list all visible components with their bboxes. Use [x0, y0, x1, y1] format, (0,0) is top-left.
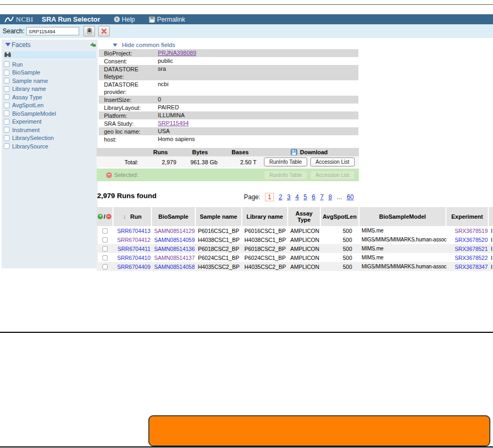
biosample-link[interactable]: SAMN08514136	[154, 246, 195, 252]
facet-checkbox-libraryselection[interactable]	[4, 135, 10, 141]
page-link-6[interactable]: 6	[312, 193, 316, 201]
hide-common-fields-toggle[interactable]: Hide common fields	[112, 41, 359, 49]
experiment-link[interactable]: SRX3678347	[455, 264, 488, 270]
cell-avg-spot-len: 500	[321, 235, 359, 244]
page-link-5[interactable]: 5	[304, 193, 307, 201]
selected-runinfo-table-button: RunInfo Table	[264, 171, 307, 180]
run-link[interactable]: SRR6704409	[117, 264, 150, 270]
facet-item-instrument[interactable]: Instrument	[2, 126, 98, 134]
facet-checkbox-library-name[interactable]	[4, 86, 10, 92]
common-field-value: USA	[158, 127, 358, 135]
facet-item-biosample[interactable]: BioSample	[2, 69, 98, 77]
facet-search-input[interactable]	[3, 50, 97, 59]
page-link-7[interactable]: 7	[320, 193, 324, 201]
facet-item-experiment[interactable]: Experiment	[2, 118, 98, 126]
row-checkbox[interactable]	[102, 228, 108, 234]
header-sample-name[interactable]: Sample name	[196, 207, 242, 226]
common-field-value: Homo sapiens	[158, 135, 358, 143]
clear-search-button[interactable]	[98, 26, 110, 36]
facet-item-sample-name[interactable]: Sample name	[2, 77, 98, 85]
selected-remove-icon[interactable]: −	[106, 172, 112, 178]
header-experiment[interactable]: Experiment	[447, 207, 489, 226]
common-field-link[interactable]: PRJNA398089	[158, 49, 358, 57]
sort-desc-icon: ↓	[123, 213, 126, 220]
facet-item-libraryselection[interactable]: LibrarySelection	[2, 134, 98, 143]
page-link-last[interactable]: 60	[347, 193, 354, 201]
common-field-link[interactable]: SRP115494	[158, 119, 358, 127]
biosample-link[interactable]: SAMN08514129	[154, 228, 195, 234]
remove-icon[interactable]: −	[106, 214, 111, 219]
experiment-link[interactable]: SRX3678522	[455, 255, 488, 261]
annotation-highlight-box	[148, 415, 490, 446]
search-input[interactable]	[26, 27, 79, 35]
cell-assay-type: AMPLICON	[288, 253, 321, 262]
facet-item-label: LibrarySource	[12, 143, 48, 150]
facet-checkbox-biosamplemodel[interactable]	[4, 110, 10, 116]
facet-checkbox-instrument[interactable]	[4, 127, 10, 133]
page-link-2[interactable]: 2	[279, 193, 282, 201]
page-link-3[interactable]: 3	[287, 193, 291, 201]
cell-clipped: I	[489, 226, 493, 235]
facet-item-avgspotlen[interactable]: AvgSpotLen	[2, 101, 98, 110]
facet-checkbox-sample-name[interactable]	[4, 78, 10, 83]
header-library-name[interactable]: Library name	[242, 207, 288, 226]
facet-checkbox-assay-type[interactable]	[4, 94, 10, 100]
facet-checkbox-run[interactable]	[4, 61, 10, 67]
facet-item-librarysource[interactable]: LibrarySource	[2, 142, 98, 151]
biosample-link[interactable]: SAMN08514058	[154, 264, 195, 270]
run-link[interactable]: SRR6704412	[117, 237, 150, 243]
header-assay-type[interactable]: Assay Type	[288, 207, 321, 226]
facet-item-library-name[interactable]: Library name	[2, 85, 98, 94]
run-link[interactable]: SRR6704410	[117, 255, 150, 261]
facets-header[interactable]: Facets	[2, 40, 98, 49]
row-checkbox[interactable]	[102, 237, 108, 242]
results-table-row: SRR6704410SAMN08514137P6024CSC1_BPP6024C…	[97, 253, 493, 262]
common-field-label: DATASTORE provider:	[99, 80, 158, 96]
totals-header-bytes: Bytes	[179, 148, 221, 156]
facet-checkbox-avgspotlen[interactable]	[4, 102, 10, 108]
header-run[interactable]: ↓Run	[113, 207, 152, 226]
facet-checkbox-librarysource[interactable]	[4, 143, 10, 149]
facet-checkbox-experiment[interactable]	[4, 119, 10, 125]
permalink-link[interactable]: Permalink	[149, 16, 185, 23]
search-label: Search:	[3, 27, 24, 35]
add-icon[interactable]: +	[98, 214, 103, 219]
help-link[interactable]: i Help	[114, 16, 135, 23]
biosample-link[interactable]: SAMN08514137	[154, 255, 195, 261]
row-checkbox[interactable]	[102, 246, 108, 251]
lock-icon	[87, 28, 92, 35]
page-label: Page:	[244, 193, 260, 201]
row-checkbox[interactable]	[102, 264, 108, 269]
page-link-4[interactable]: 4	[295, 193, 299, 201]
header-biosample-model[interactable]: BioSampleModel	[359, 207, 447, 226]
ncbi-logo[interactable]: NCBI	[4, 15, 33, 24]
experiment-link[interactable]: SRX3678521	[455, 246, 488, 252]
row-checkbox[interactable]	[102, 255, 108, 260]
selected-bytes	[179, 169, 221, 181]
hide-common-fields-label: Hide common fields	[122, 42, 175, 48]
experiment-link[interactable]: SRX3678519	[455, 228, 488, 234]
run-link[interactable]: SRR6704411	[118, 246, 150, 252]
cell-clipped: I	[489, 235, 493, 244]
common-field-row-datastore-filetype: DATASTORE filetype:sra	[99, 65, 358, 80]
cell-assay-type: AMPLICON	[288, 235, 321, 244]
cell-clipped: I	[489, 244, 493, 253]
facet-item-assay-type[interactable]: Assay Type	[2, 93, 98, 101]
facet-item-biosamplemodel[interactable]: BioSampleModel	[2, 109, 98, 118]
accession-list-button[interactable]: Accession List	[310, 157, 355, 166]
facet-item-label: BioSample	[12, 69, 40, 76]
run-link[interactable]: SRR6704413	[117, 228, 150, 234]
page-link-8[interactable]: 8	[328, 193, 332, 201]
common-fields-panel: Hide common fields BioProject:PRJNA39808…	[97, 41, 359, 143]
lock-search-button[interactable]	[83, 26, 95, 36]
facet-item-run[interactable]: Run	[2, 60, 98, 69]
experiment-link[interactable]: SRX3678520	[455, 237, 488, 243]
facets-title: Facets	[12, 41, 31, 49]
header-biosample[interactable]: BioSample	[152, 207, 196, 226]
biosample-link[interactable]: SAMN08514059	[154, 237, 195, 243]
facet-collapse-button[interactable]	[89, 40, 96, 50]
facet-checkbox-biosample[interactable]	[4, 70, 10, 76]
runinfo-table-button[interactable]: RunInfo Table	[264, 157, 307, 166]
header-avg-spot-len[interactable]: AvgSpotLen	[321, 207, 359, 226]
page-separator-line	[0, 332, 493, 333]
